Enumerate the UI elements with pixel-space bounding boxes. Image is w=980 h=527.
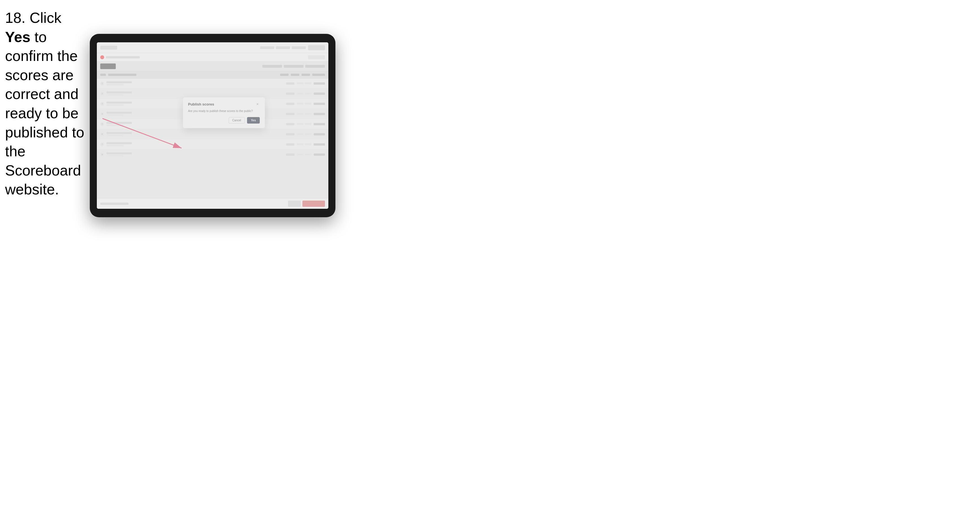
modal-overlay — [97, 42, 328, 209]
tablet-device: 1 2 — [90, 34, 336, 217]
instruction-bold: Yes — [5, 29, 30, 45]
instruction-text: 18. Click Yes to confirm the scores are … — [5, 8, 87, 199]
instruction-prefix: Click — [25, 10, 61, 26]
tablet-screen: 1 2 — [97, 42, 328, 209]
step-number: 18. — [5, 10, 25, 26]
instruction-suffix: to confirm the scores are correct and re… — [5, 29, 84, 198]
screen-content: 1 2 — [97, 42, 328, 209]
